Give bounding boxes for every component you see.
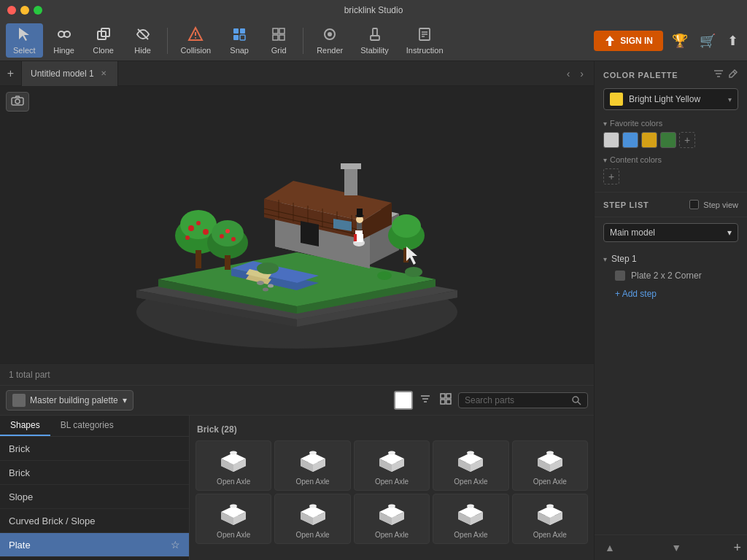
toolbar-collision[interactable]: Collision	[174, 23, 219, 58]
svg-marker-60	[301, 221, 319, 246]
part-item[interactable]: Open Axle	[196, 440, 271, 491]
category-brick-1[interactable]: Brick ☆	[0, 437, 189, 461]
step-part-item[interactable]: Plate 2 x 2 Corner	[603, 267, 738, 284]
part-item[interactable]: Open Axle	[433, 440, 508, 491]
add-step-button[interactable]: + Add step	[603, 284, 657, 303]
step-header-1[interactable]: ▾ Step 1	[603, 251, 738, 267]
add-tab-button[interactable]: +	[0, 61, 22, 86]
trophy-button[interactable]: 🏆	[669, 30, 691, 52]
palette-selector[interactable]: Master building palette ▾	[6, 390, 133, 411]
upload-button[interactable]: ⬆	[724, 30, 741, 52]
step-add-button[interactable]: +	[733, 540, 741, 556]
svg-rect-72	[196, 250, 201, 268]
svg-point-82	[225, 229, 230, 233]
part-item[interactable]: Open Axle	[512, 494, 588, 544]
add-favorite-color-button[interactable]: +	[679, 132, 695, 148]
part-thumbnail	[376, 499, 408, 528]
toolbar-instruction[interactable]: Instruction	[399, 23, 451, 58]
sign-in-button[interactable]: SIGN IN	[594, 31, 663, 51]
svg-rect-21	[371, 36, 379, 40]
toolbar-select[interactable]: Select	[6, 23, 43, 58]
step-list-section: STEP LIST Step view Main model ▾ ▾ Step …	[595, 192, 747, 560]
step-prev-button[interactable]: ▲	[600, 540, 619, 556]
category-brick-2[interactable]: Brick ☆	[0, 461, 189, 485]
svg-rect-17	[279, 35, 285, 40]
color-dropdown-arrow: ▾	[728, 96, 732, 104]
grid-icon	[271, 26, 287, 44]
palette-filter-button[interactable]	[713, 69, 724, 81]
fav-swatch-grey[interactable]	[603, 132, 619, 148]
camera-button[interactable]	[6, 92, 29, 112]
palette-edit-button[interactable]	[728, 69, 738, 81]
star-icon[interactable]: ☆	[171, 539, 180, 551]
fav-swatch-yellow[interactable]	[641, 132, 657, 148]
part-item[interactable]: Open Axle	[274, 440, 350, 491]
color-dropdown[interactable]: Bright Light Yellow ▾	[603, 88, 738, 110]
toolbar-grid[interactable]: Grid	[260, 23, 297, 58]
hide-label: Hide	[134, 46, 151, 55]
svg-rect-69	[357, 209, 363, 217]
part-item[interactable]: Open Axle	[274, 494, 350, 544]
svg-point-90	[268, 284, 274, 288]
minimize-button[interactable]	[20, 6, 29, 15]
svg-rect-59	[341, 163, 361, 169]
grid-view-button[interactable]	[438, 391, 454, 410]
part-item[interactable]: Open Axle	[354, 440, 430, 491]
svg-point-91	[263, 288, 268, 292]
step-list-content: ▾ Step 1 Plate 2 x 2 Corner + Add step	[595, 248, 747, 534]
toolbar-clone[interactable]: Clone	[85, 23, 122, 58]
svg-rect-12	[233, 35, 239, 40]
cart-button[interactable]: 🛒	[697, 30, 719, 52]
category-plate[interactable]: Plate ☆	[0, 533, 189, 557]
tab-prev-button[interactable]: ‹	[562, 66, 575, 81]
toolbar-hide[interactable]: Hide	[125, 23, 161, 58]
part-item[interactable]: Open Axle	[354, 494, 430, 544]
close-button[interactable]	[7, 6, 16, 15]
add-step-label: + Add step	[615, 289, 657, 299]
model-tab[interactable]: Untitled model 1 ✕	[22, 61, 118, 86]
category-modified-plate[interactable]: Modified Plate ☆	[0, 557, 189, 560]
fav-swatch-blue[interactable]	[622, 132, 638, 148]
category-slope[interactable]: Slope ☆	[0, 485, 189, 509]
clone-icon	[96, 26, 112, 44]
filter-button[interactable]	[417, 391, 433, 410]
step-view-toggle[interactable]: Step view	[689, 200, 738, 209]
svg-line-155	[733, 71, 735, 74]
svg-rect-66	[354, 234, 357, 241]
toolbar-hinge[interactable]: Hinge	[46, 23, 82, 58]
tab-navigation: ‹ ›	[562, 66, 594, 81]
part-item[interactable]: Open Axle	[196, 494, 271, 544]
toolbar-snap[interactable]: Snap	[221, 23, 258, 58]
maximize-button[interactable]	[34, 6, 42, 15]
toolbar-render[interactable]: Render	[309, 23, 350, 58]
add-content-color-button[interactable]: +	[603, 168, 619, 184]
tab-next-button[interactable]: ›	[576, 66, 588, 81]
svg-point-74	[203, 229, 209, 235]
part-thumbnail	[297, 446, 329, 475]
tab-bl-categories[interactable]: BL categories	[50, 416, 124, 436]
part-thumbnail	[217, 446, 249, 475]
tab-close-button[interactable]: ✕	[98, 69, 109, 78]
step-view-checkbox[interactable]	[689, 200, 699, 209]
fav-swatch-green[interactable]	[660, 132, 676, 148]
parts-content: Shapes BL categories Brick ☆ Brick ☆	[0, 416, 594, 560]
viewport[interactable]	[0, 86, 594, 363]
category-curved-brick-slope[interactable]: Curved Brick / Slope ☆	[0, 509, 189, 533]
part-item[interactable]: Open Axle	[512, 440, 588, 491]
svg-point-151	[546, 505, 554, 508]
step-list-title: STEP LIST	[603, 201, 649, 209]
parts-count-text: 1 total part	[9, 370, 50, 380]
toolbar-stability[interactable]: Stability	[353, 23, 396, 58]
part-item[interactable]: Open Axle	[433, 494, 508, 544]
snap-label: Snap	[230, 46, 249, 55]
model-dropdown[interactable]: Main model ▾	[603, 223, 738, 242]
search-input[interactable]	[465, 395, 567, 405]
svg-rect-98	[441, 400, 445, 404]
svg-rect-10	[233, 28, 239, 34]
svg-point-87	[405, 267, 422, 277]
tab-shapes[interactable]: Shapes	[0, 416, 50, 436]
color-swatch-button[interactable]	[394, 391, 413, 410]
canvas-area: + Untitled model 1 ✕ ‹ ›	[0, 61, 594, 560]
step-label: Step 1	[611, 254, 637, 264]
step-next-button[interactable]: ▼	[667, 540, 686, 556]
